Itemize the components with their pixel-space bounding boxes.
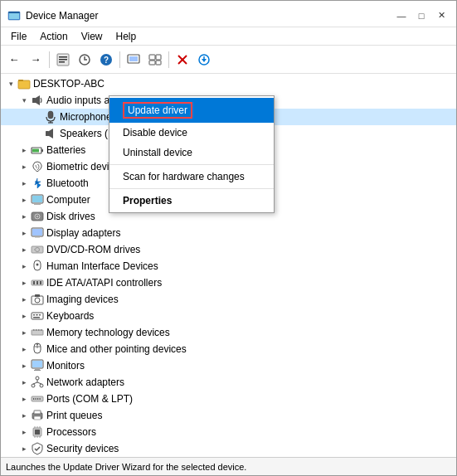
ctx-properties[interactable]: Properties xyxy=(109,191,274,211)
menu-help[interactable]: Help xyxy=(109,29,143,44)
tb-scan[interactable] xyxy=(75,50,95,70)
tb-sep-3 xyxy=(168,51,169,68)
svg-point-49 xyxy=(35,298,40,303)
tree-processors[interactable]: Processors xyxy=(1,424,456,440)
minimize-button[interactable]: — xyxy=(393,7,410,24)
bluetooth-icon xyxy=(31,177,44,190)
port-icon xyxy=(31,392,44,406)
speakers-icon xyxy=(44,127,57,140)
batteries-arrow xyxy=(17,143,31,157)
svg-rect-66 xyxy=(32,361,42,367)
ports-label: Ports (COM & LPT) xyxy=(46,393,133,405)
biometric-arrow xyxy=(17,160,31,173)
tree-imaging[interactable]: Imaging devices xyxy=(1,291,456,308)
tree-ide[interactable]: IDE ATA/ATAPI controllers xyxy=(1,274,456,291)
menu-action[interactable]: Action xyxy=(33,29,74,44)
imaging-label: Imaging devices xyxy=(46,294,119,305)
ctx-uninstall-device[interactable]: Uninstall device xyxy=(109,143,274,163)
window-icon xyxy=(7,9,21,22)
help-icon: ? xyxy=(100,53,113,66)
keyboards-label: Keyboards xyxy=(46,310,94,322)
title-bar-left: Device Manager xyxy=(7,9,98,22)
svg-marker-19 xyxy=(202,59,207,62)
tb-back[interactable]: ← xyxy=(4,50,24,70)
svg-rect-15 xyxy=(156,61,161,65)
hid-icon xyxy=(31,260,44,273)
maximize-button[interactable]: □ xyxy=(413,7,430,24)
tree-display[interactable]: Display adapters xyxy=(1,225,456,241)
computer-icon xyxy=(31,193,44,206)
svg-rect-82 xyxy=(34,416,41,420)
svg-rect-20 xyxy=(18,80,30,89)
mice-label: Mice and other pointing devices xyxy=(46,343,187,355)
tb-forward[interactable]: → xyxy=(26,50,46,70)
svg-rect-79 xyxy=(40,398,41,400)
memory-label: Memory technology devices xyxy=(46,327,170,338)
audio-icon xyxy=(31,94,44,107)
svg-point-71 xyxy=(40,384,43,387)
svg-rect-28 xyxy=(41,149,43,152)
ctx-scan-label: Scan for hardware changes xyxy=(123,171,245,182)
svg-line-74 xyxy=(37,382,41,384)
tb-update[interactable] xyxy=(194,50,214,70)
svg-point-70 xyxy=(32,384,35,387)
tb-delete[interactable] xyxy=(173,50,192,70)
svg-rect-53 xyxy=(36,314,38,316)
tb-properties[interactable] xyxy=(53,50,73,70)
tb-display2[interactable] xyxy=(145,50,165,70)
tree-monitors[interactable]: Monitors xyxy=(1,357,456,374)
svg-rect-81 xyxy=(34,410,41,414)
context-menu: Update driver Disable device Uninstall d… xyxy=(109,95,275,213)
batteries-label: Batteries xyxy=(46,144,85,156)
svg-rect-68 xyxy=(34,370,41,371)
tree-network[interactable]: Network adapters xyxy=(1,374,456,391)
tree-printqueues[interactable]: Print queues xyxy=(1,407,456,424)
svg-rect-77 xyxy=(36,398,36,400)
security-arrow xyxy=(17,442,31,455)
svg-rect-78 xyxy=(37,398,38,400)
svg-rect-47 xyxy=(40,281,41,284)
tb-help[interactable]: ? xyxy=(96,50,116,70)
mic-icon xyxy=(44,110,57,124)
svg-rect-14 xyxy=(149,61,155,65)
menu-view[interactable]: View xyxy=(75,29,109,44)
network-label: Network adapters xyxy=(46,376,124,388)
menu-file[interactable]: File xyxy=(4,29,33,44)
tree-root[interactable]: DESKTOP-ABC xyxy=(1,75,456,92)
tree-ports[interactable]: Ports (COM & LPT) xyxy=(1,391,456,407)
ctx-update-driver[interactable]: Update driver xyxy=(109,98,274,123)
device-manager-window: Device Manager — □ ✕ File Action View He… xyxy=(0,0,457,476)
tree-area[interactable]: DESKTOP-ABC Audio inputs and outputs xyxy=(1,74,456,457)
ctx-disable-device[interactable]: Disable device xyxy=(109,123,274,143)
svg-rect-32 xyxy=(34,203,41,205)
keyboard-icon xyxy=(31,309,44,323)
svg-rect-2 xyxy=(8,12,20,13)
processors-label: Processors xyxy=(46,426,96,438)
disk-icon xyxy=(31,210,44,223)
svg-rect-60 xyxy=(41,329,42,331)
svg-rect-59 xyxy=(38,329,40,331)
status-bar: Launches the Update Driver Wizard for th… xyxy=(1,457,456,475)
tree-mice[interactable]: Mice and other pointing devices xyxy=(1,341,456,357)
tree-hid[interactable]: Human Interface Devices xyxy=(1,258,456,274)
tree-security[interactable]: Security devices xyxy=(1,440,456,457)
svg-rect-46 xyxy=(36,281,38,284)
tree-dvdcdrom[interactable]: DVD/CD-ROM drives xyxy=(1,241,456,258)
close-button[interactable]: ✕ xyxy=(433,7,450,24)
status-text: Launches the Update Driver Wizard for th… xyxy=(6,462,246,472)
svg-rect-58 xyxy=(36,329,37,331)
svg-rect-29 xyxy=(32,149,39,153)
tb-display1[interactable] xyxy=(124,50,143,70)
svg-rect-50 xyxy=(35,294,40,297)
delete-icon xyxy=(176,53,189,66)
processors-arrow xyxy=(17,425,31,439)
svg-rect-67 xyxy=(35,368,40,370)
tree-keyboards[interactable]: Keyboards xyxy=(1,308,456,324)
toolbar: ← → ? xyxy=(1,46,456,74)
tree-memory[interactable]: Memory technology devices xyxy=(1,324,456,341)
title-bar: Device Manager — □ ✕ xyxy=(1,1,456,27)
monitors-arrow xyxy=(17,359,31,372)
audio-arrow xyxy=(17,94,31,107)
ctx-scan-hardware[interactable]: Scan for hardware changes xyxy=(109,167,274,187)
root-label: DESKTOP-ABC xyxy=(33,78,105,90)
